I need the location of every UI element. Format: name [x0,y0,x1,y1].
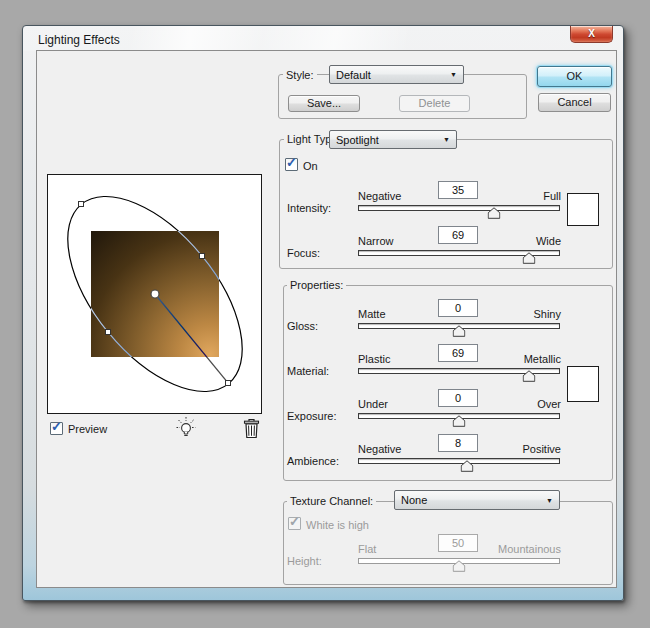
light-bulb-icon[interactable] [175,416,197,440]
chevron-down-icon: ▼ [443,136,450,143]
on-checkbox-label: On [303,160,318,172]
title-bar[interactable]: Lighting Effects [23,26,623,51]
style-dropdown[interactable]: Default ▼ [329,65,464,84]
style-label: Style: [283,69,317,81]
intensity-max-label: Full [543,190,561,202]
height-label: Height: [287,555,322,567]
cancel-button[interactable]: Cancel [538,93,611,112]
focus-row: Focus: Narrow Wide [283,226,613,268]
handle-left[interactable] [106,330,111,335]
light-color-swatch[interactable] [567,193,599,226]
material-label: Material: [287,365,329,377]
lighting-effects-dialog: Lighting Effects X ✓ Preview [22,25,624,601]
texture-channel-label: Texture Channel: [287,495,376,507]
intensity-slider-track[interactable] [358,205,560,211]
check-icon: ✓ [289,514,300,529]
light-center-handle[interactable] [151,290,159,298]
intensity-slider-thumb[interactable] [488,207,501,219]
height-slider-thumb [453,560,466,572]
gloss-slider[interactable] [358,323,560,339]
check-icon: ✓ [286,155,297,170]
dialog-content-panel: ✓ Preview St [36,50,617,588]
exposure-slider-thumb[interactable] [453,415,466,427]
focus-min-label: Narrow [358,235,393,247]
height-value-input [438,534,478,552]
intensity-slider[interactable] [358,205,560,221]
gloss-max-label: Shiny [533,308,561,320]
white-is-high-label: White is high [306,519,369,531]
preview-canvas[interactable] [47,174,262,414]
gloss-row: Gloss: Matte Shiny [283,299,613,341]
light-type-dropdown-value: Spotlight [336,134,379,146]
preview-checkbox[interactable]: ✓ [50,422,63,435]
exposure-max-label: Over [537,398,561,410]
material-slider[interactable] [358,368,560,384]
properties-label: Properties: [287,279,346,291]
window-title: Lighting Effects [38,33,120,47]
on-checkbox[interactable]: ✓ [285,158,298,171]
chevron-down-icon: ▼ [546,497,553,504]
ambience-row: Ambience: Negative Positive [283,434,613,476]
handle-top-left[interactable] [79,202,84,207]
close-button[interactable]: X [570,26,613,43]
delete-button: Delete [399,95,470,112]
preview-checkbox-label: Preview [68,423,107,435]
ambience-min-label: Negative [358,443,401,455]
light-handles[interactable] [48,175,261,413]
focus-slider[interactable] [358,250,560,266]
ambience-slider[interactable] [358,458,560,474]
focus-value-input[interactable] [438,226,478,244]
style-dropdown-value: Default [336,69,371,81]
gloss-label: Gloss: [287,320,318,332]
gloss-value-input[interactable] [438,299,478,317]
exposure-min-label: Under [358,398,388,410]
intensity-min-label: Negative [358,190,401,202]
check-icon: ✓ [51,419,62,434]
intensity-row: Intensity: Negative Full [283,181,613,223]
intensity-value-input[interactable] [438,181,478,199]
ambience-max-label: Positive [522,443,561,455]
material-min-label: Plastic [358,353,390,365]
exposure-row: Exposure: Under Over [283,389,613,431]
material-row: Material: Plastic Metallic [283,344,613,386]
white-is-high-checkbox: ✓ [288,517,301,530]
ambience-slider-track[interactable] [358,458,560,464]
texture-channel-dropdown[interactable]: None ▼ [394,490,560,510]
material-value-input[interactable] [438,344,478,362]
ambience-value-input[interactable] [438,434,478,452]
gloss-slider-thumb[interactable] [453,325,466,337]
texture-channel-dropdown-value: None [401,494,427,506]
material-color-swatch[interactable] [567,366,599,402]
material-slider-thumb[interactable] [522,370,535,382]
height-slider [358,558,560,574]
exposure-value-input[interactable] [438,389,478,407]
focus-label: Focus: [287,247,320,259]
gloss-min-label: Matte [358,308,386,320]
exposure-slider[interactable] [358,413,560,429]
ambience-label: Ambience: [287,455,339,467]
height-min-label: Flat [358,543,376,555]
height-row: Height: Flat Mountainous [283,534,613,576]
intensity-label: Intensity: [287,202,331,214]
focus-max-label: Wide [536,235,561,247]
trash-icon[interactable] [243,418,260,439]
chevron-down-icon: ▼ [450,71,457,78]
exposure-label: Exposure: [287,410,337,422]
ambience-slider-thumb[interactable] [461,460,474,472]
save-button[interactable]: Save... [288,95,360,112]
focus-slider-thumb[interactable] [522,252,535,264]
material-max-label: Metallic [524,353,561,365]
height-max-label: Mountainous [498,543,561,555]
handle-bottom-right[interactable] [226,381,231,386]
handle-right[interactable] [200,254,205,259]
close-icon: X [588,28,595,39]
ok-button[interactable]: OK [537,66,612,87]
light-type-dropdown[interactable]: Spotlight ▼ [329,130,457,149]
